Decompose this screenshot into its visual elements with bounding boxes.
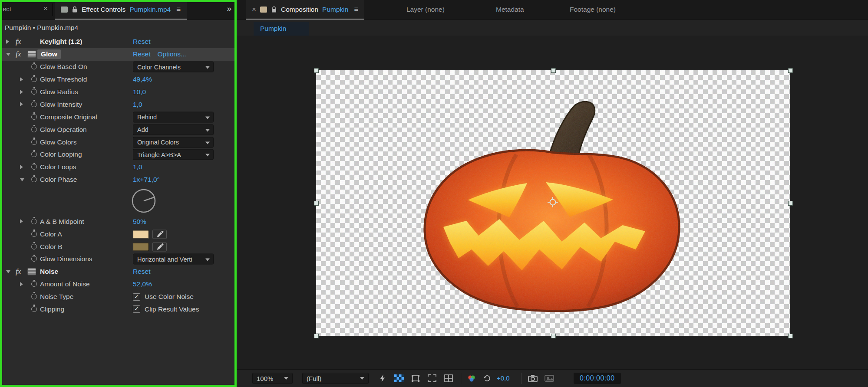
stopwatch-icon[interactable]	[31, 102, 37, 107]
stopwatch-icon[interactable]	[31, 76, 37, 82]
magnification-dropdown[interactable]: 100%	[252, 373, 293, 384]
twirl-open-icon[interactable]	[6, 53, 10, 56]
show-channel-icon[interactable]	[466, 373, 477, 384]
panel-menu-icon[interactable]: ≡	[354, 5, 358, 14]
reset-exposure-icon[interactable]	[482, 373, 493, 384]
panel-overflow-icon[interactable]: »	[227, 4, 231, 13]
property-value[interactable]: 1,0	[133, 101, 142, 108]
selection-handle-top-center[interactable]	[551, 68, 556, 73]
dropdown-glow-operation[interactable]: Add	[133, 124, 214, 135]
property-value[interactable]: 1x+71,0°	[133, 176, 160, 184]
twirl-closed-icon[interactable]	[20, 165, 23, 169]
dropdown-glow-based-on[interactable]: Color Channels	[133, 62, 214, 72]
stopwatch-icon[interactable]	[31, 294, 37, 299]
selection-handle-bottom-left[interactable]	[314, 334, 319, 338]
stopwatch-icon[interactable]	[31, 306, 37, 312]
dropdown-glow-colors[interactable]: Original Colors	[133, 137, 214, 148]
grid-and-guides-icon[interactable]	[443, 373, 454, 384]
checkbox[interactable]: ✓	[133, 293, 140, 301]
stopwatch-icon[interactable]	[31, 114, 37, 120]
tab-footage[interactable]: Footage (none)	[570, 6, 616, 13]
transparency-grid-icon[interactable]	[393, 373, 405, 384]
tab-metadata[interactable]: Metadata	[496, 6, 524, 13]
property-row-color-loops[interactable]: Color Loops1,0	[0, 161, 237, 174]
property-value[interactable]: 50%	[133, 218, 146, 226]
property-row-glow-radius[interactable]: Glow Radius10,0	[0, 86, 237, 98]
twirl-closed-icon[interactable]	[20, 90, 23, 94]
color-swatch[interactable]	[133, 230, 149, 238]
stopwatch-icon[interactable]	[31, 281, 37, 287]
selection-handle-bottom-center[interactable]	[551, 334, 556, 338]
twirl-closed-icon[interactable]	[20, 77, 23, 82]
previous-tab-fragment[interactable]: ect	[3, 5, 11, 13]
property-row-glow-operation[interactable]: Glow OperationAdd	[0, 123, 237, 136]
twirl-open-icon[interactable]	[6, 270, 10, 273]
property-value[interactable]: 52,0%	[133, 280, 152, 288]
twirl-open-icon[interactable]	[20, 178, 24, 181]
selection-handle-top-right[interactable]	[788, 68, 793, 73]
selection-handle-bottom-right[interactable]	[788, 334, 793, 338]
dropdown-glow-dimensions[interactable]: Horizontal and Verti	[133, 254, 214, 265]
selection-handle-middle-left[interactable]	[314, 201, 319, 206]
show-snapshot-icon[interactable]	[544, 373, 555, 384]
stopwatch-icon[interactable]	[31, 177, 37, 182]
exposure-value[interactable]: +0,0	[497, 374, 510, 382]
tab-layer[interactable]: Layer (none)	[406, 6, 445, 13]
resolution-dropdown[interactable]: (Full)	[302, 373, 369, 384]
region-of-interest-icon[interactable]	[426, 373, 438, 384]
twirl-closed-icon[interactable]	[20, 102, 23, 106]
property-row-amount-of-noise[interactable]: Amount of Noise52,0%	[0, 278, 237, 291]
tab-effect-controls[interactable]: Effect Controls Pumpkin.mp4 ≡	[55, 0, 187, 20]
stopwatch-icon[interactable]	[31, 231, 37, 237]
panel-menu-icon[interactable]: ≡	[176, 5, 181, 14]
eyedropper-button[interactable]	[152, 230, 167, 239]
composition-viewer[interactable]	[237, 36, 868, 370]
effect-header-row-keylight-1-2[interactable]: fxKeylight (1.2)Reset	[0, 36, 237, 48]
composition-frame[interactable]	[316, 70, 790, 336]
snapshot-icon[interactable]	[527, 373, 538, 384]
mask-and-shape-paths-icon[interactable]	[410, 373, 421, 384]
property-row-glow-dimensions[interactable]: Glow DimensionsHorizontal and Verti	[0, 253, 237, 266]
tab-composition[interactable]: × Composition Pumpkin ≡	[246, 0, 364, 20]
dropdown-composite-original[interactable]: Behind	[133, 112, 214, 122]
effect-header-row-noise[interactable]: fxNoiseReset	[0, 266, 237, 278]
twirl-closed-icon[interactable]	[20, 282, 23, 286]
close-icon[interactable]: ×	[252, 5, 256, 14]
stopwatch-icon[interactable]	[31, 219, 37, 224]
color-swatch[interactable]	[133, 243, 149, 251]
stopwatch-icon[interactable]	[31, 64, 37, 69]
property-row-color-a[interactable]: Color A	[0, 228, 237, 240]
reset-link[interactable]: Reset	[133, 38, 151, 46]
property-row-color-b[interactable]: Color B	[0, 240, 237, 253]
timecode-display[interactable]: 0:00:00:00	[574, 373, 621, 384]
checkbox[interactable]: ✓	[133, 305, 140, 313]
twirl-closed-icon[interactable]	[20, 219, 23, 223]
eyedropper-button[interactable]	[152, 242, 167, 251]
stopwatch-icon[interactable]	[31, 164, 37, 170]
property-row-noise-type[interactable]: Noise Type✓Use Color Noise	[0, 291, 237, 303]
property-row-glow-based-on[interactable]: Glow Based OnColor Channels	[0, 61, 237, 73]
property-row-glow-colors[interactable]: Glow ColorsOriginal Colors	[0, 136, 237, 148]
close-icon[interactable]: ×	[43, 4, 48, 13]
stopwatch-icon[interactable]	[31, 139, 37, 145]
fast-previews-icon[interactable]	[377, 373, 388, 384]
property-row-glow-intensity[interactable]: Glow Intensity1,0	[0, 98, 237, 111]
property-row-a-b-midpoint[interactable]: A & B Midpoint50%	[0, 215, 237, 228]
options-link[interactable]: Options...	[158, 50, 186, 58]
color-phase-dial[interactable]	[130, 187, 157, 214]
composition-viewer-tab[interactable]: Pumpkin	[254, 22, 309, 36]
layer-anchor-point[interactable]	[548, 197, 558, 207]
twirl-closed-icon[interactable]	[6, 39, 9, 44]
property-row-clipping[interactable]: Clipping✓Clip Result Values	[0, 303, 237, 316]
stopwatch-icon[interactable]	[31, 89, 37, 95]
stopwatch-icon[interactable]	[31, 127, 37, 132]
selection-handle-top-left[interactable]	[314, 68, 319, 73]
stopwatch-icon[interactable]	[31, 151, 37, 157]
property-value[interactable]: 10,0	[133, 88, 146, 96]
property-row-glow-threshold[interactable]: Glow Threshold49,4%	[0, 73, 237, 86]
reset-link[interactable]: Reset	[133, 268, 151, 275]
property-value[interactable]: 1,0	[133, 163, 142, 171]
stopwatch-icon[interactable]	[31, 244, 37, 249]
property-value[interactable]: 49,4%	[133, 75, 152, 83]
stopwatch-icon[interactable]	[31, 256, 37, 262]
